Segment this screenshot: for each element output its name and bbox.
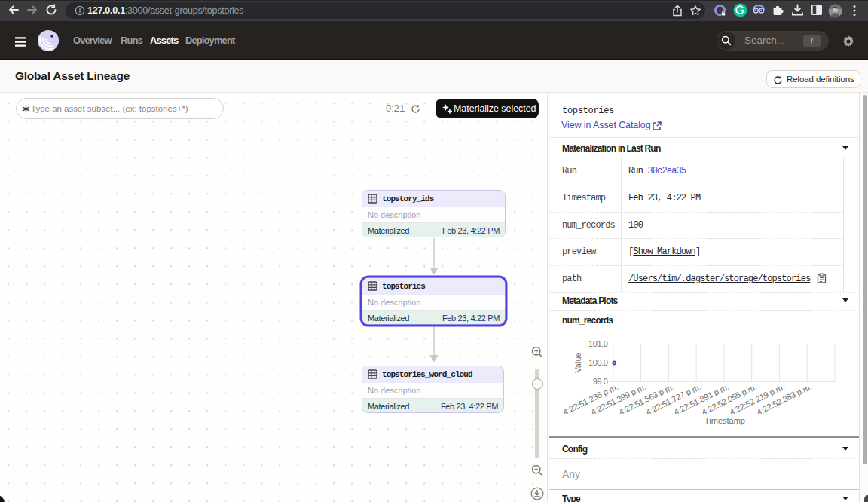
svg-text:101.0: 101.0 [588,339,608,348]
svg-text:Timestamp: Timestamp [704,416,745,425]
svg-text:Value: Value [573,352,582,372]
svg-text:100.0: 100.0 [588,358,608,367]
svg-text:99.0: 99.0 [593,377,608,386]
